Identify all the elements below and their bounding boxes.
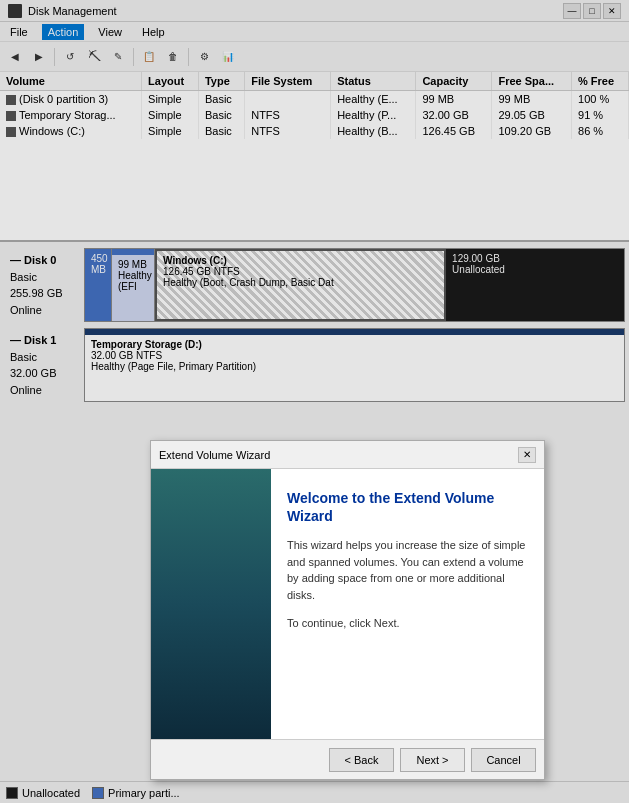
dialog-next-button[interactable]: Next >	[400, 748, 465, 772]
dialog-title-bar: Extend Volume Wizard ✕	[151, 441, 544, 469]
dialog-back-button[interactable]: < Back	[329, 748, 394, 772]
extend-volume-dialog: Extend Volume Wizard ✕ Welcome to the Ex…	[150, 440, 545, 780]
dialog-overlay: Extend Volume Wizard ✕ Welcome to the Ex…	[0, 0, 629, 803]
dialog-sidebar	[151, 469, 271, 739]
dialog-content: Welcome to the Extend VolumeWizard This …	[271, 469, 544, 739]
dialog-body: Welcome to the Extend VolumeWizard This …	[151, 469, 544, 739]
dialog-cancel-button[interactable]: Cancel	[471, 748, 536, 772]
dialog-title: Extend Volume Wizard	[159, 449, 270, 461]
dialog-close-button[interactable]: ✕	[518, 447, 536, 463]
dialog-footer: < Back Next > Cancel	[151, 739, 544, 779]
dialog-heading: Welcome to the Extend VolumeWizard	[287, 489, 528, 525]
dialog-body-text2: To continue, click Next.	[287, 615, 528, 632]
dialog-body-text: This wizard helps you increase the size …	[287, 537, 528, 603]
